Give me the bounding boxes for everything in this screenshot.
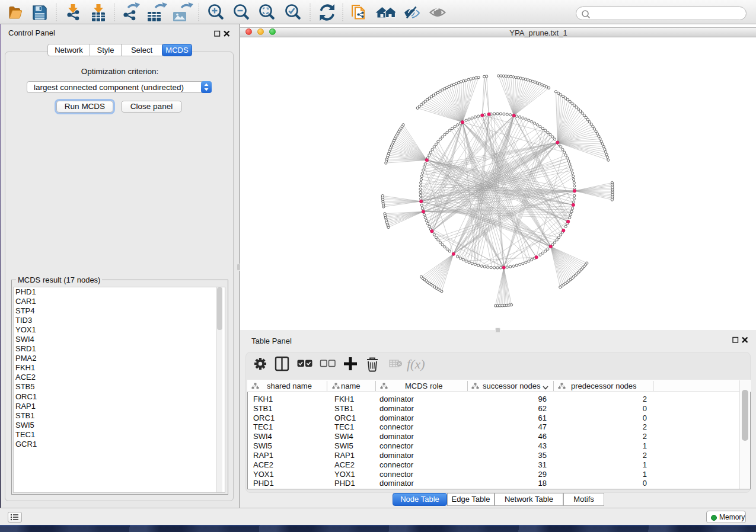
svg-text:f(x): f(x) (407, 357, 425, 371)
